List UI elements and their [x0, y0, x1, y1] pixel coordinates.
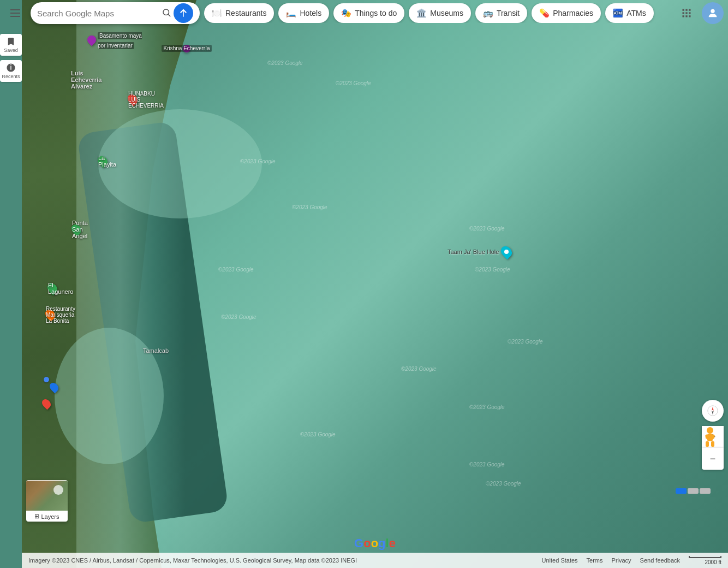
compass-button[interactable]: [702, 400, 724, 422]
search-input[interactable]: [37, 9, 159, 18]
sv-segment-gray-3: [712, 488, 723, 494]
marker-taam-ja[interactable]: Taam Ja' Blue Hole: [447, 246, 511, 258]
svg-rect-1: [10, 13, 20, 14]
restaurants-icon: 🍽️: [212, 8, 222, 18]
marker-basamento[interactable]: Basamento mayapor inventariar: [87, 30, 142, 50]
street-view-coverage-bar: [676, 488, 723, 494]
svg-rect-11: [683, 15, 684, 17]
top-bar: 🍽️ Restaurants 🛏️ Hotels 🎭 Things to do …: [0, 0, 728, 26]
copyright-14: ©2023 Google: [486, 481, 521, 487]
menu-button[interactable]: [4, 2, 26, 24]
sv-segment-gray-2: [700, 488, 711, 494]
svg-rect-21: [711, 441, 714, 447]
sv-segment-gray-1: [688, 488, 699, 494]
svg-line-4: [168, 14, 170, 16]
hotels-icon: 🛏️: [286, 8, 296, 18]
privacy-link[interactable]: Privacy: [612, 557, 631, 564]
layers-icon: ⊞: [34, 513, 39, 520]
google-apps-button[interactable]: [676, 2, 697, 24]
feedback-link[interactable]: Send feedback: [640, 557, 680, 564]
svg-rect-5: [683, 9, 684, 11]
copyright-5: ©2023 Google: [469, 226, 505, 232]
google-logo: Google: [354, 536, 396, 551]
transit-icon: 🚌: [483, 8, 493, 18]
bottom-bar: Imagery ©2023 CNES / Airbus, Landsat / C…: [22, 553, 728, 568]
top-right: [676, 2, 724, 24]
pill-hotels[interactable]: 🛏️ Hotels: [278, 3, 329, 23]
svg-rect-10: [689, 12, 690, 14]
museums-icon: 🏛️: [416, 8, 427, 18]
sidebar-saved-button[interactable]: Saved: [0, 34, 22, 56]
pill-things-to-do[interactable]: 🎭 Things to do: [333, 3, 404, 23]
map-container[interactable]: ©2023 Google ©2023 Google ©2023 Google ©…: [22, 0, 728, 568]
marker-playita[interactable]: La Playita: [98, 156, 107, 167]
svg-point-14: [711, 9, 714, 13]
copyright-9: ©2023 Google: [508, 339, 543, 345]
marker-small-1[interactable]: [44, 377, 49, 382]
pill-pharmacies[interactable]: 💊 Pharmacies: [532, 3, 601, 23]
sidebar-recents-button[interactable]: Recents: [0, 60, 22, 82]
svg-rect-8: [683, 12, 684, 14]
copyright-4: ©2023 Google: [292, 204, 327, 210]
svg-rect-12: [685, 15, 687, 17]
svg-rect-9: [685, 12, 687, 14]
copyright-8: ©2023 Google: [221, 314, 256, 320]
left-sidebar: Saved Recents: [0, 0, 22, 568]
pill-museums[interactable]: 🏛️ Museums: [409, 3, 471, 23]
marker-restauranty[interactable]: RestaurantyMarisqueria La Bonita: [46, 309, 55, 320]
shallow-1: [98, 109, 262, 218]
pill-restaurants[interactable]: 🍽️ Restaurants: [204, 3, 274, 23]
svg-rect-2: [10, 16, 20, 17]
copyright-2: ©2023 Google: [336, 80, 371, 86]
marker-krishna[interactable]: Krishna Echeverría: [183, 45, 190, 52]
copyright-10: ©2023 Google: [401, 366, 437, 372]
svg-rect-7: [689, 9, 690, 11]
shallow-2: [55, 328, 164, 464]
copyright-7: ©2023 Google: [475, 267, 510, 273]
pill-transit[interactable]: 🚌 Transit: [475, 3, 527, 23]
terms-link[interactable]: Terms: [587, 557, 603, 564]
layers-thumbnail: [26, 481, 68, 511]
copyright-13: ©2023 Google: [469, 461, 505, 468]
things-to-do-icon: 🎭: [341, 8, 351, 18]
marker-hunabku[interactable]: HUNABKU LUISECHEVERRIA: [128, 94, 137, 105]
map-background: ©2023 Google ©2023 Google ©2023 Google ©…: [22, 0, 728, 568]
copyright-6: ©2023 Google: [218, 267, 254, 273]
copyright-12: ©2023 Google: [300, 431, 336, 437]
scale-label: 2000 ft: [705, 559, 721, 565]
copyright-11: ©2023 Google: [469, 404, 505, 410]
svg-rect-13: [689, 15, 690, 17]
scale-line: [689, 556, 721, 558]
marker-punta-san-angel[interactable]: Punta SanAngel: [72, 224, 81, 235]
scale-bar: 2000 ft: [689, 556, 721, 565]
pharmacies-icon: 💊: [539, 8, 550, 18]
atms-icon: 🏧: [613, 8, 623, 18]
svg-rect-6: [685, 9, 687, 11]
svg-rect-0: [10, 9, 20, 10]
user-account-button[interactable]: [702, 2, 724, 24]
bottom-links: United States Terms Privacy Send feedbac…: [542, 556, 721, 565]
layers-button[interactable]: ⊞ Layers: [26, 480, 68, 522]
map-attribution: Imagery ©2023 CNES / Airbus, Landsat / C…: [28, 557, 542, 564]
marker-el-lagunero[interactable]: El Lagunero: [48, 283, 57, 294]
sv-segment-blue: [676, 488, 687, 494]
beach-water: [76, 0, 186, 568]
copyright-1: ©2023 Google: [267, 60, 303, 66]
search-box: [31, 2, 200, 24]
zoom-out-button[interactable]: −: [702, 448, 724, 470]
layers-label: ⊞ Layers: [34, 511, 59, 521]
pegman-button[interactable]: [702, 426, 724, 448]
search-button[interactable]: [159, 8, 174, 19]
svg-point-18: [707, 427, 713, 434]
pill-atms[interactable]: 🏧 ATMs: [605, 3, 654, 23]
category-pills: 🍽️ Restaurants 🛏️ Hotels 🎭 Things to do …: [204, 3, 671, 23]
svg-rect-20: [706, 441, 709, 447]
region-link[interactable]: United States: [542, 557, 578, 564]
directions-button[interactable]: [174, 3, 193, 23]
